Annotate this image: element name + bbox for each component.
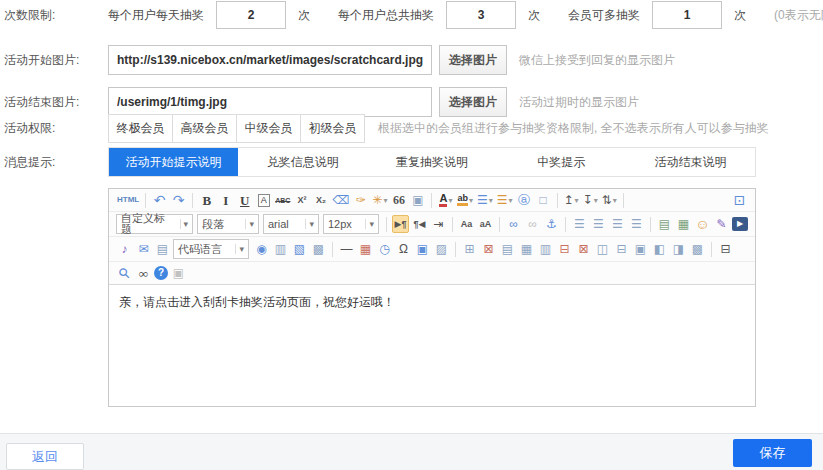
- superscript-icon[interactable]: X²: [293, 191, 310, 209]
- total-draw-input[interactable]: [446, 1, 516, 29]
- undo-icon[interactable]: ↶: [151, 191, 168, 209]
- emotion-icon[interactable]: ☺: [694, 215, 711, 233]
- indent-icon[interactable]: ⇥: [430, 215, 447, 233]
- special-char-icon[interactable]: Ω: [395, 240, 412, 258]
- find-replace-icon[interactable]: ∞: [135, 264, 152, 282]
- paragraph-space-top-icon[interactable]: ↥: [563, 191, 580, 209]
- member-extra-draw-input[interactable]: [652, 1, 722, 29]
- delete-row-icon[interactable]: ⊟: [556, 240, 573, 258]
- insert-col-icon[interactable]: ▥: [537, 240, 554, 258]
- subscript-icon[interactable]: X₂: [312, 191, 329, 209]
- screenshot-icon[interactable]: ▩: [310, 240, 327, 258]
- heading-select[interactable]: 自定义标题: [116, 214, 193, 234]
- toolbar-separator: [557, 193, 558, 208]
- end-image-input[interactable]: [108, 87, 432, 117]
- ordered-list-icon[interactable]: ☰: [476, 191, 494, 209]
- source-code-button[interactable]: HTML: [116, 191, 140, 209]
- insert-frame-icon[interactable]: ▤: [154, 240, 171, 258]
- permission-hint: 根据选中的会员组进行参与抽奖资格限制, 全不选表示所有人可以参与抽奖: [378, 120, 769, 137]
- new-doc-icon[interactable]: □: [535, 191, 552, 209]
- tab-win-note[interactable]: 中奖提示: [497, 148, 626, 176]
- paragraph-space-bottom-icon[interactable]: ↧: [582, 191, 599, 209]
- eraser-icon[interactable]: ⌫: [331, 191, 350, 209]
- paste-text-icon[interactable]: ▣: [409, 191, 426, 209]
- lowercase-icon[interactable]: aA: [477, 215, 494, 233]
- preview-icon[interactable]: ⚲: [116, 264, 133, 282]
- redo-icon[interactable]: ↷: [170, 191, 187, 209]
- align-justify-icon[interactable]: ☰: [628, 215, 645, 233]
- font-family-select[interactable]: arial: [263, 214, 319, 234]
- merge-cells-icon[interactable]: ▣: [632, 240, 649, 258]
- code-language-select[interactable]: 代码语言: [173, 239, 249, 259]
- table-title-icon[interactable]: ▤: [499, 240, 516, 258]
- font-border-icon[interactable]: A: [255, 191, 272, 209]
- bold-icon[interactable]: B: [198, 191, 215, 209]
- paste-icon[interactable]: ▣: [170, 264, 187, 282]
- anchor-ref-icon[interactable]: ⓐ: [516, 191, 533, 209]
- enter-rtl-icon[interactable]: ¶◀: [411, 215, 428, 233]
- tab-repeat-draw-note[interactable]: 重复抽奖说明: [367, 148, 496, 176]
- background-color-icon[interactable]: ab: [456, 191, 474, 209]
- tab-activity-end-note[interactable]: 活动结束说明: [626, 148, 755, 176]
- print-icon[interactable]: ⊟: [717, 240, 734, 258]
- fullscreen-icon[interactable]: ⊡: [731, 191, 748, 209]
- paragraph-select[interactable]: 段落: [197, 214, 259, 234]
- horizontal-rule-icon[interactable]: —: [338, 240, 355, 258]
- blockquote-icon[interactable]: 66: [390, 191, 407, 209]
- help-icon[interactable]: ?: [154, 266, 168, 280]
- enter-ltr-icon[interactable]: ▶¶: [392, 215, 409, 233]
- perm-option-ultimate[interactable]: 终极会员: [108, 114, 173, 143]
- font-color-icon[interactable]: A: [437, 191, 454, 209]
- delete-table-icon[interactable]: ⊠: [480, 240, 497, 258]
- underline-icon[interactable]: U: [236, 191, 253, 209]
- font-size-select[interactable]: 12px: [323, 214, 379, 234]
- italic-icon[interactable]: I: [217, 191, 234, 209]
- anchor-icon[interactable]: ⚓: [543, 215, 560, 233]
- stamp-icon[interactable]: ▣: [414, 240, 431, 258]
- attachment-icon[interactable]: ✉: [135, 240, 152, 258]
- perm-option-senior[interactable]: 高级会员: [172, 114, 237, 143]
- align-left-icon[interactable]: ☰: [571, 215, 588, 233]
- daily-draw-input[interactable]: [216, 1, 286, 29]
- video-icon[interactable]: ▶: [732, 217, 748, 231]
- snapshot-icon[interactable]: ▨: [433, 240, 450, 258]
- merge-down-icon[interactable]: ⊟: [613, 240, 630, 258]
- merge-right-icon[interactable]: ◫: [594, 240, 611, 258]
- align-center-icon[interactable]: ☰: [590, 215, 607, 233]
- insert-row-icon[interactable]: ▦: [518, 240, 535, 258]
- tab-redeem-info[interactable]: 兑奖信息说明: [238, 148, 367, 176]
- start-image-input[interactable]: [108, 45, 432, 75]
- format-brush-icon[interactable]: ✑: [352, 191, 369, 209]
- strikethrough-icon[interactable]: ABC: [274, 191, 291, 209]
- image-icon[interactable]: ▤: [656, 215, 673, 233]
- scrawl-icon[interactable]: ✎: [713, 215, 730, 233]
- align-right-icon[interactable]: ☰: [609, 215, 626, 233]
- average-cells-icon[interactable]: ▩: [689, 240, 706, 258]
- perm-option-middle[interactable]: 中级会员: [236, 114, 301, 143]
- perm-option-junior[interactable]: 初级会员: [300, 114, 365, 143]
- tab-activity-start-note[interactable]: 活动开始提示说明: [109, 148, 238, 176]
- unlink-icon[interactable]: ∞: [524, 215, 541, 233]
- insert-table-icon[interactable]: ⊞: [461, 240, 478, 258]
- link-icon[interactable]: ∞: [505, 215, 522, 233]
- date-icon[interactable]: ▦: [357, 240, 374, 258]
- back-button[interactable]: 返回: [6, 443, 84, 470]
- split-col-icon[interactable]: ◨: [670, 240, 687, 258]
- music-icon[interactable]: ♪: [116, 240, 133, 258]
- pagebreak-icon[interactable]: ▥: [272, 240, 289, 258]
- editor-body[interactable]: 亲，请点击进入刮刮卡抽奖活动页面，祝您好运哦！: [109, 285, 755, 406]
- auto-typeset-icon[interactable]: ✳: [371, 191, 388, 209]
- start-image-pick-button[interactable]: 选择图片: [439, 45, 507, 75]
- line-height-icon[interactable]: ⇅: [601, 191, 618, 209]
- save-button[interactable]: 保存: [733, 439, 812, 467]
- delete-col-icon[interactable]: ⊠: [575, 240, 592, 258]
- unordered-list-icon[interactable]: ☰: [496, 191, 514, 209]
- end-image-pick-button[interactable]: 选择图片: [439, 87, 507, 117]
- split-row-icon[interactable]: ◧: [651, 240, 668, 258]
- map-icon[interactable]: ▧: [291, 240, 308, 258]
- insert-code-icon[interactable]: ◉: [253, 240, 270, 258]
- time-icon[interactable]: ◷: [376, 240, 393, 258]
- uppercase-icon[interactable]: Aa: [458, 215, 475, 233]
- toolbar-row-2: 自定义标题段落arial12px▶¶¶◀⇥AaaA∞∞⚓☰☰☰☰▤▦☺✎▶: [109, 212, 755, 237]
- multi-image-icon[interactable]: ▦: [675, 215, 692, 233]
